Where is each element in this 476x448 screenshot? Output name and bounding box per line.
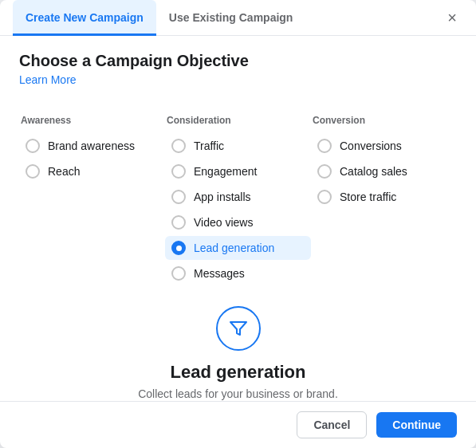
messages-label: Messages bbox=[194, 267, 245, 280]
section-title: Choose a Campaign Objective bbox=[19, 52, 457, 70]
objective-item-catalog-sales[interactable]: Catalog sales bbox=[311, 159, 457, 183]
radio-store-traffic bbox=[317, 190, 332, 204]
conversion-label: Conversion bbox=[311, 115, 457, 126]
selected-title: Lead generation bbox=[171, 362, 306, 383]
conversion-column: Conversion Conversions Catalog sales Sto… bbox=[311, 115, 457, 287]
funnel-icon bbox=[216, 306, 261, 351]
objective-item-app-installs[interactable]: App installs bbox=[165, 185, 311, 209]
objectives-grid: Awareness Brand awareness Reach Consider… bbox=[19, 115, 457, 287]
modal-footer: Cancel Continue bbox=[0, 401, 476, 448]
radio-lead-generation bbox=[171, 241, 186, 255]
radio-engagement bbox=[171, 164, 186, 179]
catalog-sales-label: Catalog sales bbox=[340, 165, 407, 178]
close-button[interactable]: × bbox=[441, 6, 463, 29]
radio-brand-awareness bbox=[26, 139, 40, 153]
radio-traffic bbox=[171, 139, 186, 153]
radio-app-installs bbox=[171, 190, 186, 204]
lead-generation-label: Lead generation bbox=[194, 242, 274, 254]
learn-more-link[interactable]: Learn More bbox=[19, 73, 77, 86]
selected-objective-detail: Lead generation Collect leads for your b… bbox=[19, 287, 457, 401]
awareness-label: Awareness bbox=[19, 115, 165, 126]
store-traffic-label: Store traffic bbox=[340, 191, 396, 203]
objective-item-store-traffic[interactable]: Store traffic bbox=[311, 185, 457, 209]
conversions-label: Conversions bbox=[340, 140, 402, 152]
objective-item-reach[interactable]: Reach bbox=[19, 159, 165, 183]
video-views-label: Video views bbox=[194, 216, 253, 229]
cancel-button[interactable]: Cancel bbox=[297, 411, 367, 438]
objective-item-conversions[interactable]: Conversions bbox=[311, 134, 457, 158]
objective-item-video-views[interactable]: Video views bbox=[165, 210, 311, 234]
awareness-column: Awareness Brand awareness Reach bbox=[19, 115, 165, 287]
radio-video-views bbox=[171, 215, 186, 230]
objective-item-lead-generation[interactable]: Lead generation bbox=[165, 236, 311, 260]
engagement-label: Engagement bbox=[194, 165, 257, 178]
modal-body: Choose a Campaign Objective Learn More A… bbox=[0, 36, 476, 401]
consideration-label: Consideration bbox=[165, 115, 311, 126]
radio-reach bbox=[26, 164, 40, 179]
modal-tabs: Create New Campaign Use Existing Campaig… bbox=[0, 0, 476, 36]
objective-item-engagement[interactable]: Engagement bbox=[165, 159, 311, 183]
consideration-column: Consideration Traffic Engagement App ins… bbox=[165, 115, 311, 287]
tab-create-new[interactable]: Create New Campaign bbox=[13, 0, 156, 36]
objective-item-brand-awareness[interactable]: Brand awareness bbox=[19, 134, 165, 158]
objective-item-traffic[interactable]: Traffic bbox=[165, 134, 311, 158]
brand-awareness-label: Brand awareness bbox=[48, 140, 135, 152]
continue-button[interactable]: Continue bbox=[376, 412, 457, 438]
radio-messages bbox=[171, 266, 186, 281]
selected-description: Collect leads for your business or brand… bbox=[138, 387, 338, 400]
reach-label: Reach bbox=[48, 165, 80, 178]
radio-conversions bbox=[317, 139, 332, 153]
traffic-label: Traffic bbox=[194, 140, 224, 152]
radio-catalog-sales bbox=[317, 164, 332, 179]
tab-use-existing[interactable]: Use Existing Campaign bbox=[156, 0, 306, 36]
campaign-modal: Create New Campaign Use Existing Campaig… bbox=[0, 0, 476, 448]
app-installs-label: App installs bbox=[194, 191, 251, 203]
objective-item-messages[interactable]: Messages bbox=[165, 261, 311, 285]
